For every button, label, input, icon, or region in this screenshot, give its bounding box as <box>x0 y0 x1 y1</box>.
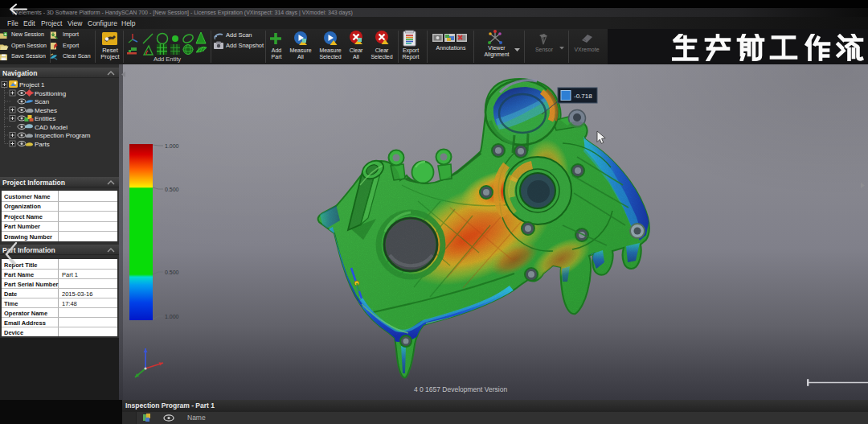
svg-text:4 0 1657 Development Version: 4 0 1657 Development Version <box>414 385 508 393</box>
svg-text:1.000: 1.000 <box>165 143 179 149</box>
svg-text:-0.718: -0.718 <box>574 93 592 100</box>
svg-text:0.500: 0.500 <box>165 270 179 275</box>
svg-text:0.500: 0.500 <box>165 187 179 192</box>
svg-text:1.000: 1.000 <box>165 314 179 319</box>
